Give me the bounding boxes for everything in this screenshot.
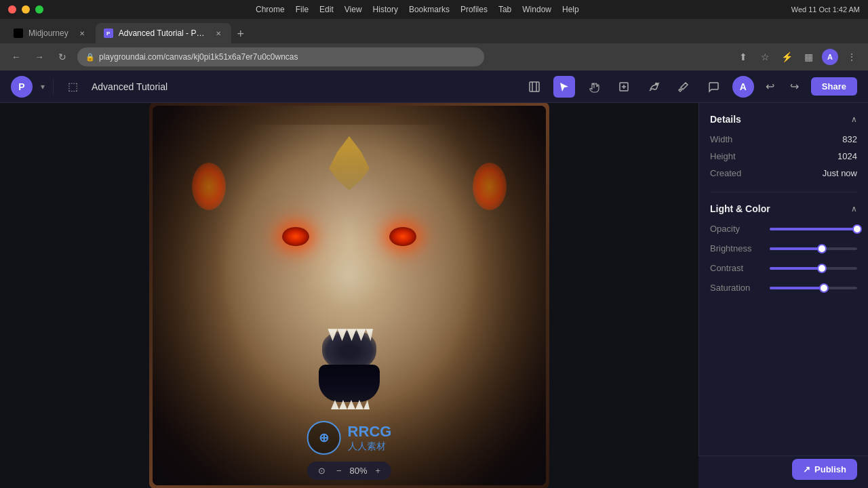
zoom-controls: ⊙ − 80% +: [307, 462, 391, 480]
mac-window-controls[interactable]: [8, 5, 43, 14]
select-tool-button[interactable]: [553, 76, 575, 98]
watermark: ⊕ RRCG 人人素材: [307, 421, 392, 455]
new-tab-button[interactable]: +: [231, 24, 250, 43]
zoom-plus-button[interactable]: +: [373, 464, 384, 477]
height-label: Height: [710, 151, 736, 161]
height-value: 1024: [837, 151, 857, 161]
brush-tool-button[interactable]: [643, 76, 665, 98]
tab-midjourney[interactable]: Midjourney ✕: [5, 23, 96, 43]
minimize-window-button[interactable]: [22, 5, 30, 14]
menu-help[interactable]: Help: [562, 5, 579, 14]
forward-button[interactable]: →: [31, 49, 47, 65]
share-button[interactable]: Share: [811, 77, 857, 96]
watermark-logo: ⊕: [307, 421, 341, 455]
undo-button[interactable]: ↩: [760, 76, 781, 98]
brightness-row: Brightness: [710, 243, 857, 253]
light-color-chevron[interactable]: ∧: [851, 204, 857, 214]
app-toolbar: P ▾ ⬚ Advanced Tutorial A ↩ ↪ Share: [0, 70, 868, 103]
refresh-button[interactable]: ↻: [54, 49, 71, 65]
comment-tool-button[interactable]: [703, 76, 724, 98]
mac-statusbar: Wed 11 Oct 1:42 AM: [791, 5, 860, 14]
opacity-fill: [770, 228, 857, 230]
details-header: Details ∧: [710, 114, 857, 125]
watermark-subtitle: 人人素材: [348, 441, 392, 453]
width-label: Width: [710, 134, 732, 144]
publish-icon: ↗: [803, 464, 810, 474]
user-avatar: A: [732, 76, 754, 98]
saturation-slider[interactable]: [770, 287, 857, 289]
eyedropper-tool-button[interactable]: [673, 76, 694, 98]
tab-bar: Midjourney ✕ P Advanced Tutorial - Playg…: [0, 19, 868, 43]
menu-edit[interactable]: Edit: [319, 5, 334, 14]
edit-tool-button[interactable]: [613, 76, 635, 98]
redo-button[interactable]: ↪: [784, 76, 806, 98]
share-page-icon[interactable]: ⬆: [735, 49, 751, 65]
toolbar-chevron[interactable]: ▾: [41, 82, 45, 92]
back-button[interactable]: ←: [8, 49, 24, 65]
playground-favicon: P: [104, 28, 113, 38]
tab-midjourney-label: Midjourney: [28, 28, 68, 38]
brightness-slider[interactable]: [770, 247, 857, 250]
saturation-thumb[interactable]: [819, 283, 829, 293]
chrome-user-avatar[interactable]: A: [822, 49, 838, 65]
publish-button[interactable]: ↗ Publish: [792, 459, 857, 480]
opacity-row: Opacity: [710, 224, 857, 234]
opacity-thumb[interactable]: [852, 224, 862, 234]
created-value: Just now: [823, 168, 857, 178]
main-layout: ⊕ RRCG 人人素材 ⊙ − 80% + Details ∧: [0, 103, 868, 488]
menu-view[interactable]: View: [344, 5, 362, 14]
zoom-minus-button[interactable]: −: [334, 464, 344, 477]
svg-point-4: [655, 83, 657, 85]
opacity-slider[interactable]: [770, 228, 857, 230]
canvas-area[interactable]: ⊕ RRCG 人人素材 ⊙ − 80% +: [0, 103, 698, 488]
bookmark-icon[interactable]: ☆: [757, 49, 773, 65]
toolbar-right: A ↩ ↪ Share: [732, 76, 857, 98]
frame-tool-button[interactable]: [524, 76, 545, 98]
created-label: Created: [710, 168, 741, 178]
menu-file[interactable]: File: [296, 5, 309, 14]
tab-playground[interactable]: P Advanced Tutorial - Playgroun ✕: [96, 23, 231, 43]
chrome-menu-icon[interactable]: ⋮: [844, 49, 860, 65]
address-input[interactable]: 🔒 playgroundai.com/canvas/kj0pi1k51x6a7e…: [77, 47, 484, 66]
sidebar-icon[interactable]: ▦: [800, 49, 816, 65]
contrast-row: Contrast: [710, 263, 857, 273]
light-color-header: Light & Color ∧: [710, 203, 857, 214]
menu-tab[interactable]: Tab: [498, 5, 511, 14]
mac-titlebar: Chrome File Edit View History Bookmarks …: [0, 0, 868, 19]
menu-bookmarks[interactable]: Bookmarks: [409, 5, 450, 14]
contrast-fill: [770, 267, 822, 270]
hand-tool-button[interactable]: [583, 76, 605, 98]
width-value: 832: [842, 134, 857, 144]
time-display: Wed 11 Oct 1:42 AM: [791, 5, 860, 14]
address-bar: ← → ↻ 🔒 playgroundai.com/canvas/kj0pi1k5…: [0, 43, 868, 70]
zoom-icon: ⊙: [315, 464, 328, 477]
close-window-button[interactable]: [8, 5, 16, 14]
brightness-thumb[interactable]: [817, 244, 827, 253]
publish-label: Publish: [814, 464, 846, 474]
sidebar-toggle-button[interactable]: ⬚: [62, 76, 83, 98]
light-color-section: Light & Color ∧ Opacity Brightness: [710, 203, 857, 293]
undo-redo-group: ↩ ↪: [760, 76, 806, 98]
contrast-slider[interactable]: [770, 267, 857, 270]
address-bar-actions: ⬆ ☆ ⚡ ▦ A ⋮: [735, 49, 860, 65]
maximize-window-button[interactable]: [35, 5, 43, 14]
zoom-level-display: 80%: [349, 466, 367, 476]
details-chevron[interactable]: ∧: [851, 115, 857, 124]
url-text: playgroundai.com/canvas/kj0pi1k51x6a7er7…: [99, 52, 298, 62]
menu-history[interactable]: History: [373, 5, 398, 14]
menu-profiles[interactable]: Profiles: [460, 5, 488, 14]
menu-window[interactable]: Window: [522, 5, 551, 14]
logo-button[interactable]: P: [11, 76, 33, 98]
saturation-fill: [770, 287, 824, 289]
tab-playground-close[interactable]: ✕: [214, 28, 223, 39]
right-panel: Details ∧ Width 832 Height 1024 Created …: [698, 103, 868, 488]
panel-divider: [710, 192, 857, 192]
wolf-image: ⊕ RRCG 人人素材: [153, 106, 546, 485]
contrast-thumb[interactable]: [817, 264, 827, 273]
tab-midjourney-close[interactable]: ✕: [77, 28, 87, 39]
menu-chrome[interactable]: Chrome: [256, 5, 285, 14]
details-title: Details: [710, 114, 741, 125]
saturation-label: Saturation: [710, 283, 764, 293]
extensions-icon[interactable]: ⚡: [778, 49, 795, 65]
canvas-content: ⊕ RRCG 人人素材: [149, 103, 549, 488]
